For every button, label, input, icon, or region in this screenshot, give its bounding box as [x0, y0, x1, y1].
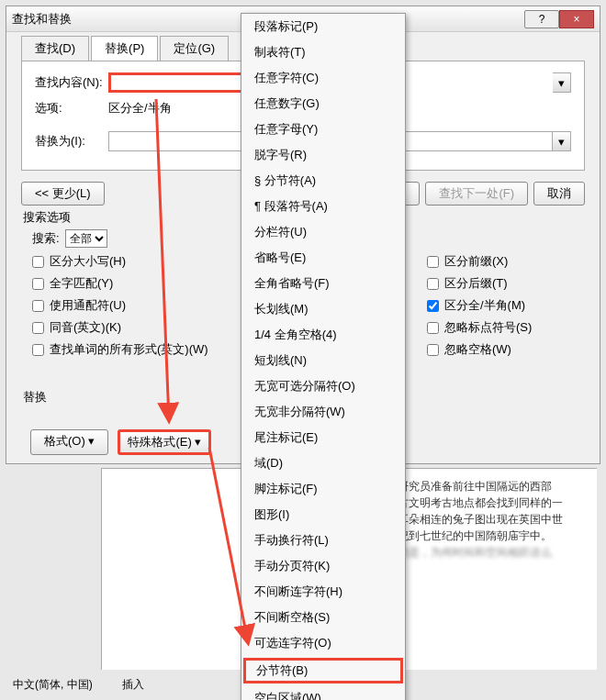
tab-find[interactable]: 查找(D) — [21, 36, 89, 61]
checkbox-option[interactable]: 区分全/半角(M) — [427, 297, 574, 314]
checkbox-label: 查找单词的所有形式(英文)(W) — [50, 341, 208, 358]
checkbox-option[interactable]: 查找单词的所有形式(英文)(W) — [32, 341, 208, 358]
menu-item[interactable]: 1/4 全角空格(4) — [241, 322, 405, 348]
checkbox-label: 使用通配符(U) — [50, 297, 126, 314]
status-mode: 插入 — [115, 675, 152, 694]
replacewith-dropdown[interactable]: ▾ — [553, 131, 571, 151]
menu-item[interactable]: 分栏符(U) — [241, 219, 405, 245]
checkbox-option[interactable]: 全字匹配(Y) — [32, 275, 208, 292]
checkbox[interactable] — [427, 300, 439, 312]
menu-item[interactable]: 域(D) — [241, 450, 405, 476]
left-check-column: 区分大小写(H)全字匹配(Y)使用通配符(U)同音(英文)(K)查找单词的所有形… — [32, 253, 208, 358]
tab-replace[interactable]: 替换(P) — [91, 36, 158, 61]
doc-line: 相研究员准备前往中国隔远的西部 — [387, 480, 552, 493]
status-language: 中文(简体, 中国) — [6, 675, 100, 694]
checkbox-label: 忽略标点符号(S) — [444, 319, 532, 336]
menu-item[interactable]: 手动换行符(L) — [241, 528, 405, 553]
menu-item[interactable]: 无宽可选分隔符(O) — [241, 373, 405, 399]
checkbox-label: 区分大小写(H) — [50, 253, 126, 270]
menu-item[interactable]: 任意字母(Y) — [241, 117, 405, 142]
menu-item[interactable]: 可选连字符(O) — [241, 630, 405, 656]
checkbox[interactable] — [427, 322, 439, 334]
checkbox-label: 忽略空格(W) — [444, 341, 511, 358]
checkbox-option[interactable]: 区分前缀(X) — [427, 253, 574, 270]
options-value: 区分全/半角 — [108, 100, 172, 117]
window-buttons: ? × — [524, 10, 594, 28]
tab-goto[interactable]: 定位(G) — [160, 36, 229, 61]
menu-item[interactable]: ¶ 段落符号(A) — [241, 194, 405, 219]
cancel-button[interactable]: 取消 — [533, 182, 585, 206]
checkbox-option[interactable]: 区分后缀(T) — [427, 275, 574, 292]
format-button[interactable]: 格式(O) ▾ — [30, 429, 108, 455]
checkbox[interactable] — [32, 278, 44, 290]
special-format-menu: 段落标记(P)制表符(T)任意字符(C)任意数字(G)任意字母(Y)脱字号(R)… — [241, 13, 406, 700]
less-button[interactable]: << 更少(L) — [21, 182, 105, 206]
status-bar: 中文(简体, 中国) 插入 — [6, 675, 152, 694]
menu-item[interactable]: 分节符(B) — [243, 658, 403, 683]
menu-item[interactable]: 段落标记(P) — [241, 14, 405, 39]
menu-item[interactable]: § 分节符(A) — [241, 168, 405, 194]
checkbox-label: 区分后缀(T) — [444, 275, 508, 292]
menu-item[interactable]: 省略号(E) — [241, 245, 405, 271]
menu-item[interactable]: 长划线(M) — [241, 296, 405, 322]
menu-item[interactable]: 无宽非分隔符(W) — [241, 399, 405, 425]
checkbox-option[interactable]: 同音(英文)(K) — [32, 319, 208, 336]
menu-item[interactable]: 脚注标记(F) — [241, 476, 405, 502]
search-direction-select[interactable]: 全部 — [65, 229, 107, 248]
findnext-button[interactable]: 查找下一处(F) — [425, 182, 528, 206]
checkbox[interactable] — [32, 300, 44, 312]
help-button[interactable]: ? — [524, 10, 559, 28]
checkbox[interactable] — [427, 278, 439, 290]
menu-item[interactable]: 全角省略号(F) — [241, 271, 405, 296]
menu-item[interactable]: 制表符(T) — [241, 39, 405, 65]
menu-item[interactable]: 不间断连字符(H) — [241, 579, 405, 605]
replacewith-label: 替换为(I): — [35, 133, 108, 150]
checkbox-option[interactable]: 忽略空格(W) — [427, 341, 574, 358]
menu-item[interactable]: 尾注标记(E) — [241, 425, 405, 450]
doc-line: 感的是，为何时间和空间相距这么 — [387, 546, 552, 559]
menu-item[interactable]: 任意字符(C) — [241, 65, 405, 91]
doc-line: 世纪到七世纪的中国隋朝庙宇中。 — [387, 529, 552, 542]
checkbox[interactable] — [427, 256, 439, 268]
checkbox-label: 区分全/半角(M) — [444, 297, 525, 314]
menu-item[interactable]: 空白区域(W) — [241, 685, 405, 700]
special-format-button[interactable]: 特殊格式(E) ▾ — [118, 429, 211, 455]
checkbox[interactable] — [32, 256, 44, 268]
menu-item[interactable]: 手动分页符(K) — [241, 553, 405, 579]
checkbox-label: 区分前缀(X) — [444, 253, 508, 270]
search-direction-label: 搜索: — [32, 230, 60, 247]
checkbox-option[interactable]: 忽略标点符号(S) — [427, 319, 574, 336]
menu-item[interactable]: 图形(I) — [241, 502, 405, 528]
right-check-column: 区分前缀(X)区分后缀(T)区分全/半角(M)忽略标点符号(S)忽略空格(W) — [427, 253, 574, 358]
checkbox[interactable] — [32, 344, 44, 356]
checkbox-label: 同音(英文)(K) — [50, 319, 121, 336]
close-button[interactable]: × — [559, 10, 594, 28]
checkbox[interactable] — [427, 344, 439, 356]
menu-item[interactable]: 短划线(N) — [241, 348, 405, 373]
doc-line: 个古文明考古地点都会找到同样的一 — [387, 496, 563, 509]
menu-item[interactable]: 不间断空格(S) — [241, 605, 405, 630]
doc-line: 只耳朵相连的兔子图出现在英国中世 — [387, 513, 563, 526]
menu-item[interactable]: 任意数字(G) — [241, 91, 405, 117]
findwhat-dropdown[interactable]: ▾ — [553, 72, 571, 93]
checkbox-option[interactable]: 使用通配符(U) — [32, 297, 208, 314]
checkbox-option[interactable]: 区分大小写(H) — [32, 253, 208, 270]
findwhat-label: 查找内容(N): — [35, 74, 108, 91]
checkbox-label: 全字匹配(Y) — [50, 275, 113, 292]
checkbox[interactable] — [32, 322, 44, 334]
menu-item[interactable]: 脱字号(R) — [241, 142, 405, 168]
options-label: 选项: — [35, 100, 108, 117]
